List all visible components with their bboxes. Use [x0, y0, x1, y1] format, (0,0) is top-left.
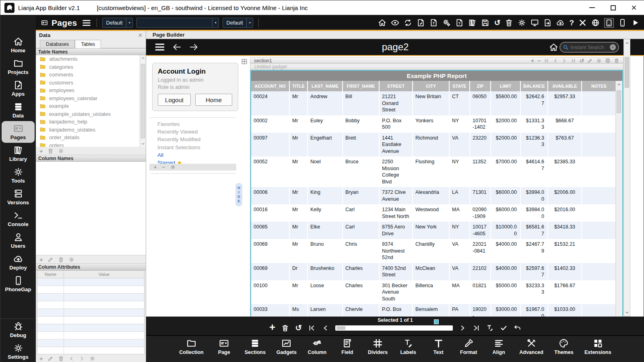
add-icon[interactable]: + [39, 356, 43, 362]
attr-row[interactable] [37, 317, 144, 324]
nav-item-recently-modified[interactable]: Recently Modified [157, 136, 200, 143]
last-icon[interactable] [473, 324, 480, 332]
edit-icon[interactable] [47, 356, 54, 362]
toolbar-item-sections[interactable]: Sections [245, 338, 266, 357]
attr-row[interactable] [37, 347, 144, 354]
add-icon[interactable]: + [531, 58, 534, 64]
attr-row[interactable] [37, 332, 144, 339]
gadget-resize-handle[interactable] [434, 319, 439, 324]
table-list-item[interactable]: categories [36, 63, 139, 71]
table-list-item[interactable]: lianjademo_uistates [36, 126, 139, 134]
table-list-item[interactable]: employees_calendar [36, 95, 139, 103]
page-home-icon[interactable] [549, 43, 558, 52]
prev-icon[interactable] [553, 58, 558, 64]
delete-icon[interactable] [614, 58, 619, 64]
scrollbar-thumb[interactable] [625, 57, 629, 88]
sidebar-item-deploy[interactable]: Deploy [0, 251, 36, 273]
scrollbar-thumb[interactable] [141, 64, 145, 138]
last-icon[interactable] [570, 58, 576, 64]
attr-row[interactable] [37, 324, 144, 332]
record-slider-thumb[interactable] [336, 326, 345, 330]
report-row[interactable]: 00069DrBrushenkoCharles7400 52nd StreetM… [251, 263, 615, 280]
table-list-scrollbar[interactable] [140, 55, 146, 147]
sidebar-item-home[interactable]: Home [0, 34, 36, 56]
toolbar-item-gadgets[interactable]: Gadgets [277, 338, 297, 357]
toolbar-item-extensions[interactable]: Extensions [584, 338, 611, 357]
toolbar-item-field[interactable]: Field [338, 338, 357, 357]
delete-icon[interactable] [47, 148, 54, 154]
attr-row[interactable] [37, 278, 144, 286]
table-list-item[interactable]: comments [36, 71, 139, 79]
gadget-header[interactable]: Untitled gadget [250, 64, 623, 70]
table-list-item[interactable]: order_details [36, 134, 139, 142]
attr-row[interactable] [37, 339, 144, 347]
phone-view-icon[interactable] [618, 19, 627, 27]
close-app-icon[interactable] [578, 19, 587, 27]
delete-icon[interactable] [58, 356, 64, 362]
nav-link-all[interactable]: All [157, 151, 200, 159]
first-icon[interactable] [544, 58, 549, 64]
table-list-item[interactable]: example [36, 102, 139, 110]
sidebar-item-console[interactable]: Console [0, 208, 36, 230]
toolbar-item-align[interactable]: Align [489, 338, 508, 357]
attr-row[interactable] [37, 309, 144, 317]
tablet-view-icon[interactable] [604, 18, 614, 28]
toolbar-item-format[interactable]: Format [459, 338, 478, 357]
table-list-item[interactable]: example_uistates_uistates [36, 110, 139, 118]
help-icon[interactable]: ? [569, 19, 574, 27]
delete-icon[interactable] [58, 257, 64, 263]
sidebar-item-apps[interactable]: Apps [0, 78, 36, 99]
new-page-icon[interactable] [429, 19, 438, 27]
attr-row[interactable] [37, 294, 144, 301]
page-menu-icon[interactable] [154, 41, 165, 53]
scroll-down-icon[interactable] [141, 142, 145, 146]
settings-icon[interactable] [170, 165, 175, 170]
toolbar-item-column[interactable]: Column [308, 338, 327, 357]
app-settings-icon[interactable] [442, 19, 451, 27]
print-icon[interactable] [605, 58, 611, 64]
instant-search-box[interactable] [559, 42, 619, 53]
sidebar-item-library[interactable]: Library [0, 143, 36, 165]
delete-icon[interactable] [505, 19, 513, 27]
report-row[interactable]: 00016MrKellyCarl1234 Main Street NorthWe… [251, 204, 615, 222]
report-row[interactable]: 00002MrEuleyBobbyP.O. Box 500YonkersNY10… [251, 115, 615, 133]
table-list-item[interactable]: lianjademo_help [36, 118, 139, 126]
attr-row[interactable] [37, 286, 144, 294]
next-icon[interactable] [459, 324, 466, 332]
page-scrollbar[interactable] [623, 39, 630, 317]
toolbar-item-collection[interactable]: Collection [179, 338, 203, 357]
report-row[interactable]: 00100MrLooseCharles301 Becker Avenue Sou… [251, 280, 615, 304]
sidebar-item-versions[interactable]: Versions [0, 186, 36, 208]
first-icon[interactable] [308, 324, 316, 332]
desktop-view-icon[interactable] [530, 19, 539, 27]
scroll-up-icon[interactable] [617, 82, 621, 87]
toolbar-item-labels[interactable]: Labels [398, 338, 418, 357]
edit-label-icon[interactable] [486, 324, 494, 332]
layout-grid-icon[interactable] [241, 58, 248, 65]
toolbar-item-themes[interactable]: Themes [554, 338, 574, 357]
next-icon[interactable] [79, 356, 85, 362]
validate-icon[interactable] [500, 324, 508, 332]
table-list-item[interactable]: customers [36, 79, 139, 87]
toolbar-item-advanced[interactable]: Advanced [519, 338, 543, 357]
export-page-icon[interactable] [543, 19, 552, 27]
edit-icon[interactable] [587, 58, 593, 64]
prev-icon[interactable] [68, 356, 74, 362]
table-list-item[interactable]: orders [36, 142, 139, 147]
library-icon[interactable] [468, 19, 477, 27]
settings-icon[interactable] [58, 148, 64, 154]
refresh-icon[interactable]: ↺ [295, 324, 302, 332]
add-icon[interactable]: + [39, 148, 43, 154]
nav-item-favorites[interactable]: Favorites [157, 120, 200, 128]
attr-row[interactable] [37, 301, 144, 309]
delete-icon[interactable] [281, 324, 289, 332]
add-icon[interactable]: + [269, 322, 275, 332]
add-icon[interactable]: + [39, 257, 43, 263]
settings-icon[interactable] [518, 19, 526, 27]
report-row[interactable]: 00085MrElkeCarl8755 Aero DriveNew YorkNY… [251, 222, 615, 239]
scrollbar-thumb[interactable] [617, 90, 621, 113]
settings-icon[interactable] [89, 356, 95, 362]
minimize-button[interactable] [582, 0, 603, 15]
toolbar-item-page[interactable]: Page [215, 338, 234, 357]
section-header[interactable]: section1 +−↺ [250, 58, 623, 64]
